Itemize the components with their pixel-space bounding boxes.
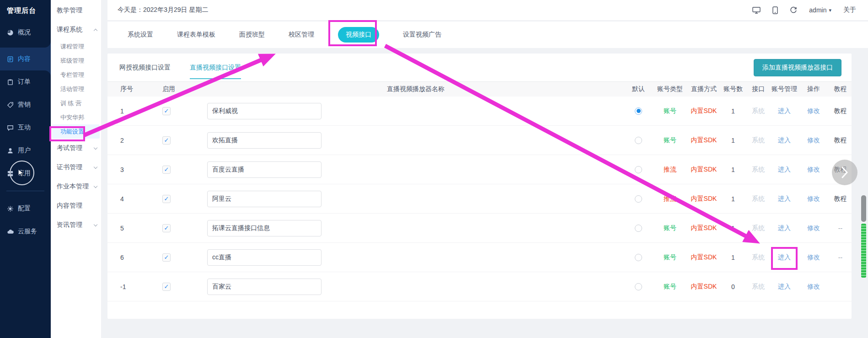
submenu-item[interactable]: 课程管理 — [51, 39, 101, 54]
subtab-网授视频接口设置[interactable]: 网授视频接口设置 — [119, 54, 171, 81]
tutorial-link: -- — [829, 254, 852, 261]
account-count: 0 — [720, 283, 746, 290]
enter-link[interactable]: 进入 — [778, 166, 791, 174]
player-name-input[interactable] — [207, 249, 321, 266]
tab-系统设置[interactable]: 系统设置 — [128, 31, 153, 39]
modify-link[interactable]: 修改 — [807, 195, 820, 203]
monitor-icon[interactable] — [752, 6, 761, 14]
account-type: 账号 — [653, 224, 687, 232]
subtab-直播视频接口设置[interactable]: 直播视频接口设置 — [190, 54, 241, 81]
submenu-item[interactable]: 中安华邦 — [51, 110, 101, 124]
table-row: 2✓账号内置SDK1系统进入修改教程 — [107, 126, 852, 155]
scroll-indicator-green — [861, 224, 866, 278]
enter-link[interactable]: 进入 — [778, 283, 791, 291]
submenu-item[interactable]: 功能设置 — [52, 124, 100, 139]
account-type: 账号 — [653, 136, 687, 145]
enter-link[interactable]: 进入 — [778, 136, 791, 145]
column-header: 直播视频播放器名称 — [207, 85, 624, 93]
tab-校区管理[interactable]: 校区管理 — [289, 31, 314, 39]
player-name-input[interactable] — [207, 103, 321, 119]
submenu-item[interactable]: 资讯管理 — [51, 215, 101, 235]
player-name-input[interactable] — [207, 220, 321, 236]
tab-设置视频广告[interactable]: 设置视频广告 — [403, 31, 441, 39]
enable-checkbox[interactable]: ✓ — [162, 107, 171, 115]
chevron-down-icon — [94, 222, 97, 226]
interface-type: 系统 — [746, 224, 771, 232]
enable-checkbox[interactable]: ✓ — [162, 195, 171, 203]
tab-视频接口[interactable]: 视频接口 — [338, 27, 379, 43]
modify-link[interactable]: 修改 — [807, 253, 820, 262]
default-radio[interactable] — [635, 195, 642, 203]
default-radio[interactable] — [635, 254, 642, 261]
gear-icon — [7, 205, 14, 212]
modify-link[interactable]: 修改 — [807, 166, 820, 174]
enable-checkbox[interactable]: ✓ — [162, 224, 171, 232]
interface-type: 系统 — [746, 283, 771, 291]
player-name-input[interactable] — [207, 279, 321, 295]
column-header: 教程 — [829, 85, 852, 93]
sidebar-item-user[interactable]: 用户 — [0, 139, 51, 162]
column-header: 账号类型 — [653, 85, 687, 93]
marketing-icon — [7, 102, 14, 108]
sidebar-item-order[interactable]: 订单 — [0, 70, 51, 93]
scrollbar-thumb[interactable] — [861, 195, 866, 222]
modify-link[interactable]: 修改 — [807, 224, 820, 232]
submenu-item[interactable]: 教学管理 — [51, 1, 101, 20]
default-radio[interactable] — [635, 283, 642, 290]
submenu-item[interactable]: 专栏管理 — [51, 68, 101, 82]
player-name-input[interactable] — [207, 132, 321, 149]
submenu-item-label: 资讯管理 — [57, 221, 82, 229]
add-live-player-button[interactable]: 添加直播视频播放器接口 — [754, 59, 841, 76]
submenu-item-label: 内容管理 — [57, 202, 82, 210]
submenu-item[interactable]: 作业本管理 — [51, 177, 101, 196]
about-link[interactable]: 关于 — [843, 6, 856, 14]
settings-tabs: 系统设置课程表单模板面授班型校区管理视频接口设置视频广告 — [107, 21, 868, 48]
enter-link[interactable]: 进入 — [778, 224, 791, 232]
tutorial-link[interactable]: 教程 — [829, 107, 852, 115]
interface-type: 系统 — [746, 136, 771, 145]
enable-checkbox[interactable]: ✓ — [162, 136, 171, 145]
submenu-item[interactable]: 考试管理 — [51, 139, 101, 158]
enable-checkbox[interactable]: ✓ — [162, 283, 171, 291]
interface-type: 系统 — [746, 107, 771, 115]
player-name-input[interactable] — [207, 161, 321, 178]
sidebar-item-gear[interactable]: 配置 — [0, 197, 51, 220]
sidebar-item-cloud[interactable]: 云服务 — [0, 220, 51, 243]
tutorial-link[interactable]: 教程 — [829, 136, 852, 145]
user-menu[interactable]: admin ▾ — [809, 6, 831, 14]
default-radio[interactable] — [635, 166, 642, 173]
submenu-item[interactable]: 训 练 营 — [51, 96, 101, 110]
tab-面授班型[interactable]: 面授班型 — [239, 31, 265, 39]
sidebar-item-pie-chart[interactable]: 概况 — [0, 21, 51, 44]
chevron-down-icon — [94, 145, 97, 149]
submenu-item[interactable]: 内容管理 — [51, 196, 101, 215]
submenu-item[interactable]: 班级管理 — [51, 54, 101, 68]
tutorial-link[interactable]: 教程 — [829, 195, 852, 203]
enter-link[interactable]: 进入 — [778, 107, 791, 115]
player-name-input[interactable] — [207, 191, 321, 207]
submenu-item[interactable]: 课程系统 — [51, 20, 101, 39]
enable-checkbox[interactable]: ✓ — [162, 166, 171, 174]
tab-课程表单模板[interactable]: 课程表单模板 — [177, 31, 215, 39]
default-radio[interactable] — [635, 137, 642, 144]
enter-link[interactable]: 进入 — [778, 253, 791, 262]
enable-checkbox[interactable]: ✓ — [162, 253, 171, 262]
modify-link[interactable]: 修改 — [807, 107, 820, 115]
account-type: 账号 — [653, 253, 687, 262]
modify-link[interactable]: 修改 — [807, 136, 820, 145]
sidebar-item-content[interactable]: 内容 — [0, 48, 51, 70]
default-radio[interactable] — [635, 225, 642, 232]
submenu-item[interactable]: 证书管理 — [51, 158, 101, 177]
next-page-button[interactable] — [832, 160, 857, 185]
submenu-item[interactable]: 活动管理 — [51, 82, 101, 96]
sidebar-item-marketing[interactable]: 营销 — [0, 93, 51, 116]
phone-icon[interactable] — [772, 6, 778, 14]
sidebar-item-interaction[interactable]: 互动 — [0, 116, 51, 139]
submenu-item-label: 作业本管理 — [57, 182, 89, 191]
refresh-icon[interactable] — [790, 6, 797, 14]
account-type: 推流 — [653, 166, 687, 174]
enter-link[interactable]: 进入 — [778, 195, 791, 203]
modify-link[interactable]: 修改 — [807, 283, 820, 291]
default-radio[interactable] — [635, 107, 642, 115]
row-seq: 6 — [107, 254, 144, 261]
